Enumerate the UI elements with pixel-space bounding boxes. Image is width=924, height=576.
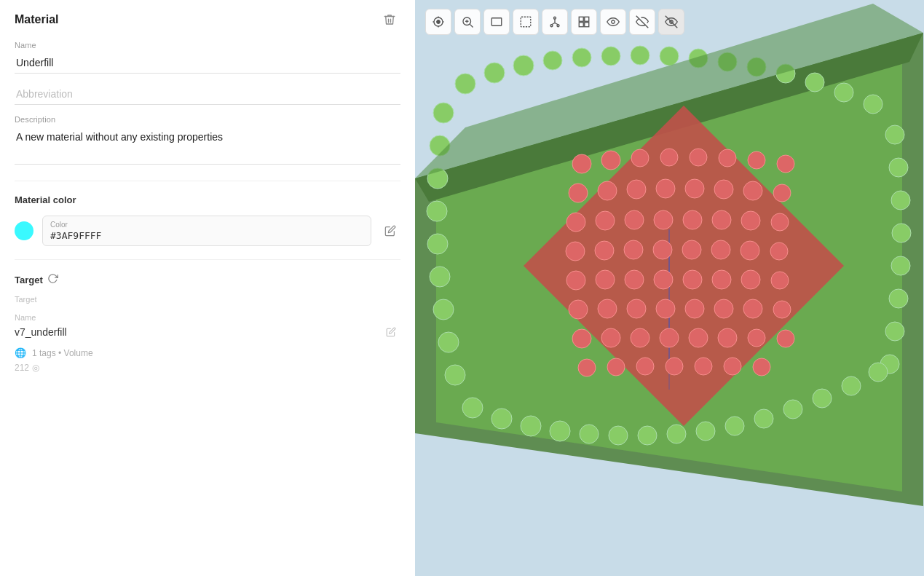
- svg-point-71: [438, 332, 459, 352]
- svg-point-154: [636, 358, 654, 375]
- svg-point-152: [578, 359, 596, 376]
- svg-point-93: [813, 389, 832, 408]
- svg-point-77: [891, 256, 910, 275]
- svg-point-89: [696, 422, 715, 441]
- target-sub-label: Target: [15, 295, 400, 304]
- color-row: Color #3AF9FFFF: [15, 216, 400, 246]
- svg-point-122: [624, 240, 643, 259]
- svg-point-118: [741, 211, 760, 230]
- svg-point-129: [596, 270, 615, 289]
- svg-point-155: [666, 358, 683, 375]
- svg-line-17: [555, 23, 558, 25]
- svg-point-141: [714, 299, 733, 318]
- svg-point-51: [513, 55, 534, 76]
- svg-point-97: [601, 151, 620, 170]
- svg-point-76: [892, 224, 911, 242]
- svg-point-109: [714, 180, 733, 199]
- svg-line-16: [552, 23, 556, 25]
- rect-tool-button[interactable]: [483, 9, 510, 35]
- color-edit-button[interactable]: [380, 222, 400, 240]
- svg-point-124: [682, 240, 701, 259]
- right-panel: [415, 0, 924, 576]
- svg-point-84: [550, 421, 570, 441]
- svg-point-121: [595, 241, 614, 260]
- svg-point-68: [427, 234, 448, 254]
- svg-point-50: [484, 63, 505, 83]
- svg-point-104: [569, 184, 588, 202]
- name-field-group: Name: [15, 41, 400, 74]
- color-swatch[interactable]: [15, 221, 33, 240]
- name-input[interactable]: [15, 52, 400, 74]
- svg-point-91: [754, 409, 773, 428]
- svg-point-148: [689, 328, 708, 347]
- visibility-button[interactable]: [658, 9, 684, 35]
- svg-point-126: [741, 241, 759, 260]
- svg-point-136: [569, 300, 588, 319]
- target-name-value-row: v7_underfill: [15, 324, 400, 340]
- svg-point-70: [433, 299, 454, 320]
- target-label-row: Target: [15, 295, 400, 306]
- svg-point-54: [601, 47, 620, 66]
- svg-point-137: [598, 299, 617, 318]
- globe-icon: 🌐: [15, 347, 26, 358]
- left-panel-scroll[interactable]: Material Name Description A new material…: [0, 0, 415, 576]
- abbreviation-input[interactable]: [15, 84, 400, 105]
- svg-point-157: [724, 358, 741, 375]
- svg-point-1: [437, 20, 441, 24]
- svg-point-115: [654, 210, 673, 229]
- target-number-row: 212 ◎: [15, 363, 400, 373]
- svg-point-87: [638, 426, 657, 445]
- svg-point-90: [725, 417, 744, 435]
- color-field-wrapper: Color #3AF9FFFF: [42, 216, 371, 246]
- svg-point-61: [805, 73, 824, 92]
- color-field-value: #3AF9FFFF: [50, 230, 363, 241]
- description-input[interactable]: A new material without any existing prop…: [15, 127, 400, 165]
- svg-point-119: [771, 213, 789, 231]
- eye-open-button[interactable]: [600, 9, 626, 35]
- svg-point-107: [656, 179, 675, 198]
- target-number-icon: ◎: [32, 363, 39, 373]
- color-field-label: Color: [50, 221, 363, 229]
- eye-close-button[interactable]: [629, 9, 655, 35]
- svg-point-130: [625, 270, 644, 289]
- target-header: Target: [15, 273, 400, 286]
- name-label: Name: [15, 41, 400, 50]
- dot-tool-button[interactable]: [513, 9, 539, 35]
- svg-point-158: [753, 358, 770, 376]
- zoom-select-button[interactable]: [454, 9, 481, 35]
- svg-point-132: [683, 270, 702, 289]
- target-tags-row: 🌐 1 tags • Volume: [15, 347, 400, 358]
- svg-point-114: [625, 210, 644, 229]
- svg-point-63: [864, 95, 882, 114]
- delete-button[interactable]: [379, 12, 400, 28]
- svg-point-88: [667, 425, 686, 443]
- svg-point-134: [741, 270, 760, 289]
- 3d-scene[interactable]: [415, 0, 924, 576]
- svg-point-55: [631, 46, 649, 65]
- svg-point-85: [580, 425, 599, 443]
- svg-point-150: [748, 329, 765, 347]
- svg-point-131: [654, 270, 673, 289]
- grid-tool-button[interactable]: [571, 9, 597, 35]
- svg-point-13: [550, 25, 553, 27]
- svg-point-105: [598, 181, 617, 200]
- target-name-edit-button[interactable]: [382, 324, 400, 340]
- svg-point-151: [777, 330, 794, 347]
- target-name-row: Name v7_underfill: [15, 313, 400, 340]
- svg-point-94: [842, 376, 861, 395]
- svg-point-100: [690, 149, 707, 166]
- box-select-button[interactable]: [425, 9, 451, 35]
- refresh-icon[interactable]: [47, 273, 58, 286]
- abbreviation-field-group: [15, 84, 400, 105]
- panel-header: Material: [15, 12, 400, 28]
- svg-point-53: [572, 48, 591, 67]
- svg-point-82: [491, 409, 512, 429]
- svg-point-106: [627, 180, 646, 199]
- svg-point-78: [889, 289, 908, 308]
- svg-point-127: [770, 242, 788, 260]
- svg-point-139: [656, 299, 675, 318]
- svg-point-110: [743, 181, 762, 200]
- svg-rect-21: [585, 23, 589, 27]
- branch-tool-button[interactable]: [542, 9, 568, 35]
- svg-point-75: [891, 191, 910, 210]
